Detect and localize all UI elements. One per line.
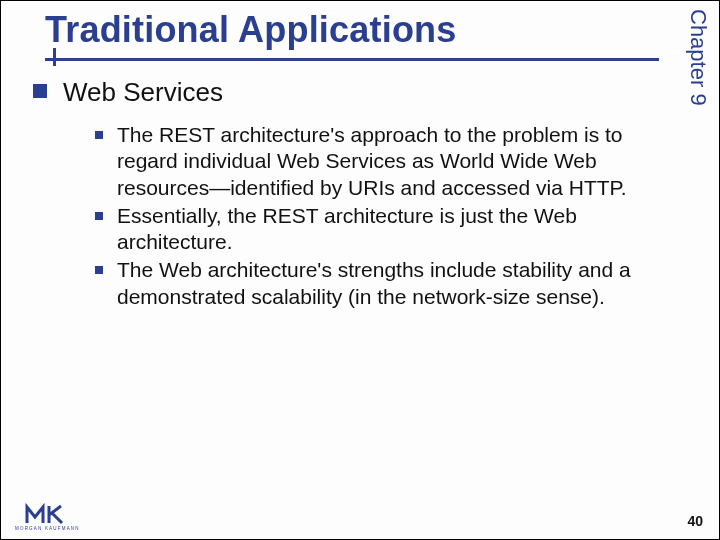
square-bullet-icon — [95, 212, 103, 220]
title-rule — [45, 58, 659, 61]
mk-logo-icon — [25, 503, 69, 525]
slide-title: Traditional Applications — [31, 7, 659, 57]
publisher-logo: MORGAN KAUFMANN — [15, 503, 80, 531]
list-item: The Web architecture's strengths include… — [95, 257, 679, 310]
title-block: Traditional Applications — [31, 7, 659, 57]
lvl2-text: The REST architecture's approach to the … — [117, 122, 679, 201]
footer: MORGAN KAUFMANN 40 — [1, 499, 719, 539]
sub-list: The REST architecture's approach to the … — [95, 122, 679, 310]
square-bullet-icon — [95, 266, 103, 274]
content-area: Web Services The REST architecture's app… — [31, 71, 679, 312]
list-item: The REST architecture's approach to the … — [95, 122, 679, 201]
lvl2-text: The Web architecture's strengths include… — [117, 257, 679, 310]
publisher-name: MORGAN KAUFMANN — [15, 526, 80, 531]
square-bullet-icon — [95, 131, 103, 139]
list-item: Essentially, the REST architecture is ju… — [95, 203, 679, 256]
chapter-label: Chapter 9 — [685, 9, 711, 106]
square-bullet-icon — [33, 84, 47, 98]
list-item: Web Services — [31, 77, 679, 108]
title-tick-icon — [53, 48, 56, 66]
page-number: 40 — [687, 513, 703, 529]
lvl1-text: Web Services — [63, 77, 223, 108]
lvl2-text: Essentially, the REST architecture is ju… — [117, 203, 679, 256]
